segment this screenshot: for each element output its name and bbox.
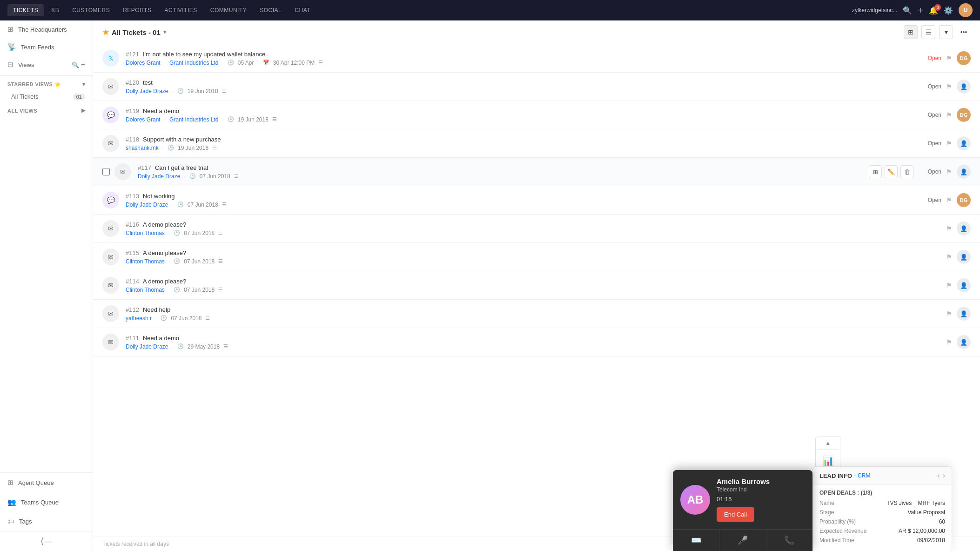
grid-view-button[interactable]: ⊞	[904, 25, 918, 39]
ticket-channel-icon: ✉	[102, 78, 119, 95]
ticket-checkbox[interactable]	[102, 168, 110, 175]
ticket-assignee[interactable]: Dolly Jade Draze	[126, 343, 168, 350]
ticket-assignee-avatar: 👤	[957, 250, 971, 264]
table-row[interactable]: ✉ #120 test Dolly Jade Draze · 🕒 19 Jun …	[93, 73, 980, 101]
ticket-assignee[interactable]: Clinton Thomas	[126, 230, 165, 236]
table-row[interactable]: ✉ #117 Can I get a free trial Dolly Jade…	[93, 158, 980, 186]
mute-button[interactable]: 🎤	[719, 530, 766, 551]
teams-queue-item[interactable]: 👥 Teams Queue	[0, 492, 93, 512]
ticket-status: Open	[923, 83, 941, 90]
add-icon[interactable]: +	[918, 5, 923, 16]
settings-icon[interactable]: ⚙️	[944, 6, 953, 15]
nav-item-kb[interactable]: KB	[46, 4, 65, 16]
search-views-icon[interactable]: 🔍	[72, 61, 79, 68]
delete-ticket-button[interactable]: 🗑	[900, 165, 913, 178]
content-area: ★ All Tickets - 01 ▾ ⊞ ☰ ▾ ••• 𝕏 #121 I'…	[93, 20, 980, 551]
notification-icon[interactable]: 🔔 3	[929, 6, 938, 15]
table-row[interactable]: ✉ #116 A demo please? Clinton Thomas · 🕒…	[93, 215, 980, 243]
ticket-right: Open ⚑ DG	[923, 108, 971, 122]
table-row[interactable]: 𝕏 #121 I'm not able to see my updated wa…	[93, 44, 980, 73]
ticket-flag-icon[interactable]: ⚑	[946, 111, 952, 119]
table-row[interactable]: ✉ #118 Support with a new purchase shash…	[93, 129, 980, 158]
nav-item-activities[interactable]: ACTIVITIES	[159, 4, 202, 16]
nav-item-customers[interactable]: CUSTOMERS	[67, 4, 115, 16]
ticket-assignee[interactable]: Clinton Thomas	[126, 287, 165, 293]
nav-item-reports[interactable]: REPORTS	[117, 4, 157, 16]
teamfeeds-section[interactable]: 📡 Team Feeds	[0, 38, 93, 56]
ticket-assignee[interactable]: yatheesh r	[126, 315, 152, 322]
ticket-assignee[interactable]: Dolores Grant	[126, 60, 161, 66]
dialpad-button[interactable]: ⌨️	[673, 530, 719, 551]
ticket-flag-icon[interactable]: ⚑	[946, 54, 952, 62]
search-icon[interactable]: 🔍	[903, 6, 912, 15]
ticket-flag-icon[interactable]: ⚑	[946, 310, 952, 317]
ticket-flag-icon[interactable]: ⚑	[946, 253, 952, 261]
add-views-icon[interactable]: +	[81, 60, 85, 69]
list-view-button[interactable]: ☰	[921, 25, 935, 39]
sidebar: ⊞ The Headquarters 📡 Team Feeds ⊟ Views …	[0, 20, 93, 551]
agent-queue-item[interactable]: ⊞ Agent Queue	[0, 473, 93, 492]
phone-button[interactable]: 📞	[766, 530, 812, 551]
ticket-company[interactable]: Grant Industries Ltd	[169, 60, 218, 66]
all-tickets-title-btn[interactable]: ★ All Tickets - 01 ▾	[102, 28, 166, 37]
ticket-flag-icon[interactable]: ⚑	[946, 140, 952, 147]
collapse-arrow-icon: ⟨—	[40, 536, 52, 546]
tags-item[interactable]: 🏷 Tags	[0, 512, 93, 531]
all-views-expand-icon[interactable]: ▶	[81, 108, 86, 114]
all-tickets-label: All Tickets	[11, 93, 39, 100]
page-title: All Tickets - 01	[112, 28, 161, 36]
ticket-flag-icon[interactable]: ⚑	[946, 83, 952, 90]
dropdown-view-button[interactable]: ▾	[939, 25, 953, 39]
nav-item-community[interactable]: COMMUNITY	[205, 4, 253, 16]
ticket-flag-icon[interactable]: ⚑	[946, 196, 952, 204]
crm-value-probability: 60	[939, 518, 945, 525]
headquarters-section[interactable]: ⊞ The Headquarters	[0, 20, 93, 38]
ticket-assignee-avatar: DG	[957, 108, 971, 122]
crm-prev-icon[interactable]: ‹	[937, 471, 940, 480]
ticket-assignee[interactable]: shashank.mk	[126, 145, 159, 151]
ticket-date1: 07 Jun 2018	[184, 230, 215, 236]
company-name[interactable]: zylkerwidgetsinc...	[852, 7, 897, 13]
ticket-date1: 07 Jun 2018	[171, 315, 201, 322]
table-row[interactable]: ✉ #111 Need a demo Dolly Jade Draze · 🕒 …	[93, 328, 980, 356]
ticket-assignee[interactable]: Clinton Thomas	[126, 258, 165, 265]
views-section[interactable]: ⊟ Views 🔍 +	[0, 56, 93, 74]
ticket-right: Open ⚑ DG	[923, 193, 971, 207]
table-row[interactable]: 💬 #113 Not working Dolly Jade Draze · 🕒 …	[93, 186, 980, 215]
collapse-sidebar-button[interactable]: ⟨—	[0, 531, 93, 551]
crm-next-icon[interactable]: ›	[943, 471, 945, 480]
dropdown-arrow-icon[interactable]: ▾	[163, 29, 166, 35]
ticket-flag-icon[interactable]: ⚑	[946, 225, 952, 232]
table-row[interactable]: ✉ #114 A demo please? Clinton Thomas · 🕒…	[93, 271, 980, 300]
ticket-flag-icon[interactable]: ⚑	[946, 168, 952, 175]
ticket-assignee[interactable]: Dolores Grant	[126, 116, 161, 123]
ticket-flag-icon[interactable]: ⚑	[946, 338, 952, 346]
nav-item-tickets[interactable]: TICKETS	[7, 4, 44, 16]
ticket-assignee[interactable]: Dolly Jade Draze	[126, 88, 168, 94]
ticket-id: #111	[126, 335, 139, 342]
crm-scroll-up[interactable]: ▲	[816, 437, 840, 450]
ticket-channel-icon: ✉	[102, 135, 119, 152]
more-options-button[interactable]: •••	[957, 25, 971, 39]
all-tickets-item[interactable]: All Tickets 01	[0, 89, 93, 104]
ticket-info: #117 Can I get a free trial Dolly Jade D…	[138, 164, 869, 180]
edit-ticket-button[interactable]: ✏️	[885, 165, 898, 178]
starred-collapse-icon[interactable]: ▾	[82, 81, 86, 87]
ticket-date1: 19 Jun 2018	[188, 88, 218, 94]
user-avatar[interactable]: U	[959, 3, 973, 17]
nav-item-social[interactable]: SOCIAL	[254, 4, 287, 16]
table-row[interactable]: ✉ #112 Need help yatheesh r · 🕒 07 Jun 2…	[93, 300, 980, 328]
ticket-flag-icon[interactable]: ⚑	[946, 282, 952, 289]
ticket-date1: 29 May 2018	[188, 343, 220, 350]
ticket-assignee[interactable]: Dolly Jade Draze	[126, 202, 168, 208]
table-row[interactable]: ✉ #115 A demo please? Clinton Thomas · 🕒…	[93, 243, 980, 271]
end-call-button[interactable]: End Call	[717, 507, 754, 522]
ticket-assignee-avatar: 👤	[957, 136, 971, 150]
ticket-assignee[interactable]: Dolly Jade Draze	[138, 173, 180, 180]
split-ticket-button[interactable]: ⊞	[869, 165, 882, 178]
table-row[interactable]: 💬 #119 Need a demo Dolores Grant · Grant…	[93, 101, 980, 129]
ticket-right: ⚑ 👤	[923, 307, 971, 321]
nav-item-chat[interactable]: CHAT	[289, 4, 316, 16]
ticket-company[interactable]: Grant Industries Ltd	[169, 116, 218, 123]
ticket-date1: 07 Jun 2018	[200, 173, 230, 180]
